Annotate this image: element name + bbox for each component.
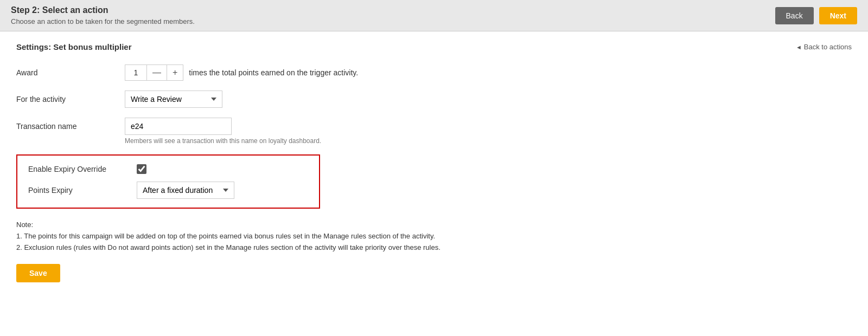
expiry-section: Enable Expiry Override Points Expiry Aft…	[16, 154, 320, 209]
award-suffix: times the total points earned on the tri…	[189, 68, 358, 77]
enable-expiry-label: Enable Expiry Override	[28, 165, 137, 173]
points-expiry-dropdown[interactable]: After a fixed duration On a specific dat…	[137, 182, 234, 199]
award-controls: 1 — + times the total points earned on t…	[125, 64, 358, 81]
activity-control: Write a Review Purchase Referral Sign Up	[125, 91, 222, 108]
award-label: Award	[16, 68, 125, 77]
points-expiry-row: Points Expiry After a fixed duration On …	[28, 182, 308, 199]
points-expiry-label: Points Expiry	[28, 186, 137, 195]
enable-expiry-checkbox[interactable]	[137, 164, 146, 174]
activity-dropdown[interactable]: Write a Review Purchase Referral Sign Up	[125, 91, 222, 108]
step-title: Step 2: Select an action	[11, 5, 195, 15]
notes-line1: 1. The points for this campaign will be …	[16, 231, 852, 242]
points-expiry-control: After a fixed duration On a specific dat…	[137, 182, 234, 199]
notes-title: Note:	[16, 219, 852, 231]
section-title: Settings: Set bonus multiplier	[16, 42, 132, 51]
step-info: Step 2: Select an action Choose an actio…	[11, 5, 195, 25]
step-description: Choose an action to be taken for the seg…	[11, 17, 195, 25]
transaction-input[interactable]	[125, 118, 232, 135]
transaction-label: Transaction name	[16, 122, 125, 131]
save-button[interactable]: Save	[16, 264, 60, 282]
notes-line2: 2. Exclusion rules (rules with Do not aw…	[16, 242, 852, 254]
back-to-actions-link[interactable]: Back to actions	[796, 43, 852, 51]
activity-label: For the activity	[16, 95, 125, 104]
next-button[interactable]: Next	[819, 7, 857, 24]
award-row: Award 1 — + times the total points earne…	[16, 64, 852, 81]
notes-section: Note: 1. The points for this campaign wi…	[16, 219, 852, 253]
enable-expiry-row: Enable Expiry Override	[28, 164, 308, 174]
main-content: Settings: Set bonus multiplier Back to a…	[0, 31, 868, 336]
back-button[interactable]: Back	[775, 7, 814, 24]
award-stepper: 1 — +	[125, 64, 183, 81]
stepper-plus-button[interactable]: +	[167, 65, 183, 80]
top-bar: Step 2: Select an action Choose an actio…	[0, 0, 868, 31]
enable-expiry-checkbox-wrapper	[137, 164, 146, 174]
top-actions: Back Next	[775, 7, 857, 24]
activity-row: For the activity Write a Review Purchase…	[16, 91, 852, 108]
stepper-value: 1	[125, 65, 147, 80]
transaction-helper: Members will see a transaction with this…	[125, 137, 852, 145]
stepper-minus-button[interactable]: —	[147, 65, 167, 80]
section-header: Settings: Set bonus multiplier Back to a…	[16, 42, 852, 51]
transaction-row: Transaction name Members will see a tran…	[16, 118, 852, 145]
transaction-inline: Transaction name	[16, 118, 852, 135]
